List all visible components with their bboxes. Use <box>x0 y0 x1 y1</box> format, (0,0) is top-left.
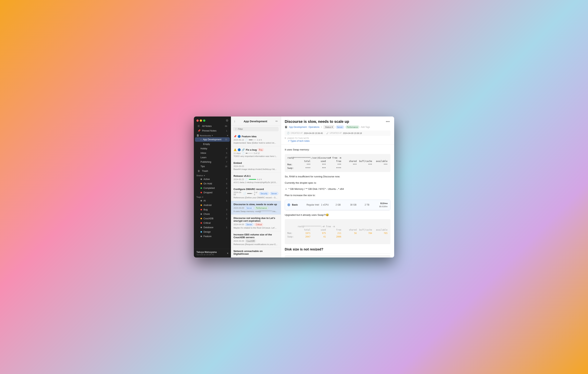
droplet-plan-table: Basic Regular Intel 1 vCPU 2 GB 30 GB 2 … <box>285 200 390 210</box>
warning-icon: ⚠️ <box>233 148 237 151</box>
close-button[interactable] <box>196 119 199 122</box>
empty-label: Empty <box>203 143 227 145</box>
note-item-title: ⚠️ 🔵 🔗 Fix a bug Bug <box>233 148 278 151</box>
sidebar-item-app-development[interactable]: ▾ App Development 35 <box>195 137 230 142</box>
ai-dot <box>200 200 202 202</box>
droplet-plan-type: Regular Intel <box>306 203 319 207</box>
compose-button[interactable]: ✏ <box>275 119 279 123</box>
tags-section[interactable]: Tags ▾ <box>194 195 231 199</box>
design-dot <box>200 231 202 233</box>
server-tag: Server <box>245 223 253 226</box>
sidebar-item-completed[interactable]: Completed 4 <box>195 186 230 190</box>
body-para4: Upgraded but it already uses Swap?!😅 <box>285 213 390 217</box>
body-bullet-list: * GB Memory / ** GB Disk / NYC* - Ubuntu… <box>288 187 390 191</box>
status-select[interactable]: Status ▾ <box>324 125 334 129</box>
progress-bar: 3 of 12 <box>246 152 260 154</box>
status-chevron: ▾ <box>204 175 205 177</box>
note-item-title: Release v5.8.1 <box>233 175 278 177</box>
note-item-meta: 2024-09-03 <box>233 165 278 167</box>
note-item-fix-bug[interactable]: ⚠️ 🔵 🔗 Fix a bug Bug 11 days 📄 3 of 12 T… <box>231 146 281 160</box>
meta-separator: ▾ <box>321 126 322 128</box>
performance-tag-detail[interactable]: Performance <box>346 126 359 128</box>
note-item-ebs[interactable]: Increase EBS volume size of the CouchDB … <box>231 231 281 248</box>
sidebar-item-active[interactable]: Active 7 <box>195 177 230 182</box>
sidebar-item-pinned-notes[interactable]: 📌 Pinned Notes 1 <box>195 128 230 133</box>
note-item-preview: v5.8.1-beta.1 inkdrop://note/qXqj45ySc [… <box>233 181 278 183</box>
user-name: Takuya Matsuyama <box>196 251 217 253</box>
server-tag-detail[interactable]: Server <box>336 126 344 128</box>
maximize-button[interactable] <box>203 119 205 122</box>
sidebar-item-bug[interactable]: Bug 3 <box>195 207 230 212</box>
sidebar-item-all-notes[interactable]: ☰ All Notes 86 <box>195 124 230 128</box>
note-item-network[interactable]: Network unreachable on DigitalOcean <box>231 248 281 257</box>
sidebar-item-feature[interactable]: Feature <box>195 234 230 239</box>
sidebar-item-chore[interactable]: Chore 1 <box>195 212 230 216</box>
database-dot <box>200 227 202 228</box>
on-hold-status-dot <box>200 183 202 184</box>
trash-icon: 🗑 <box>198 170 200 172</box>
bug-count: 3 <box>226 209 227 211</box>
sidebar-item-hobby[interactable]: Hobby 4 <box>195 146 230 151</box>
note-more-button[interactable]: ••• <box>385 119 390 124</box>
notebook-breadcrumb-link[interactable]: App Development : Operations <box>289 126 319 128</box>
sidebar-item-inbox[interactable]: Inbox 5 <box>195 151 230 155</box>
user-chevron-icon[interactable]: ▾ <box>227 252 228 255</box>
note-item-feature-idea[interactable]: 📌 🔵 Feature idea 2024-05-16 📄 2 of 4 imp… <box>231 133 281 146</box>
notebooks-chevron: ▾ <box>212 135 213 137</box>
section-heading-disk: Disk size is not resized? <box>285 247 390 254</box>
add-tags-btn[interactable]: Add Tags <box>361 126 370 128</box>
server-tag: Server <box>245 206 253 209</box>
sidebar-item-design[interactable]: Design <box>195 230 230 234</box>
sidebar-item-dropped[interactable]: Dropped 1 <box>195 190 230 195</box>
note-item-preview: TODO very important information was here… <box>233 155 278 157</box>
design-label: Design <box>203 231 227 233</box>
note-item-meta: 2024-05-16 📄 2 of 4 <box>233 139 278 141</box>
sidebar-item-couchdb[interactable]: CouchDB 2 <box>195 216 230 221</box>
droplet-radio-btn[interactable] <box>287 203 290 206</box>
note-item-discourse-slow[interactable]: Discourse is slow, needs to scale up 202… <box>231 201 281 215</box>
note-item-meta: 2024-05-23 📄 4 of 4 <box>233 178 278 181</box>
sidebar-item-ai[interactable]: AI 1 <box>195 199 230 203</box>
gear-icon[interactable]: ⚙ <box>226 119 228 122</box>
search-bar: ▽ <box>231 125 281 133</box>
note-meta-row: 📓 App Development : Operations ▾ Status … <box>285 125 390 129</box>
note-item-release[interactable]: Release v5.8.1 2024-05-23 📄 4 of 4 v5.8.… <box>231 172 281 186</box>
code-block-3: root@*************:~# df -h <box>285 255 390 257</box>
status-section[interactable]: Status ▾ <box>194 173 231 177</box>
linked-note-link[interactable]: ↗ Types of tech notes <box>288 140 390 142</box>
sidebar-item-trash[interactable]: 🗑 Trash <box>195 169 230 173</box>
chore-count: 1 <box>226 213 227 215</box>
body-para2: Currently the droplet spec is: <box>285 181 390 185</box>
minimize-button[interactable] <box>200 119 202 122</box>
inbox-count: 5 <box>226 152 227 154</box>
sidebar-item-android[interactable]: Android <box>195 203 230 207</box>
note-item-dmarc[interactable]: Configure DMARC record 2024-04-09 📄 3 of… <box>231 186 281 201</box>
linked-collapse-icon[interactable]: ▾ <box>285 137 286 139</box>
sort-button[interactable]: ↕ <box>233 119 236 123</box>
sidebar-item-critical[interactable]: Critical <box>195 221 230 225</box>
app-dev-count: 35 <box>225 139 227 141</box>
sidebar-item-empty[interactable]: Empty <box>195 142 230 146</box>
notebooks-section[interactable]: 📓 Notebooks ▾ + <box>194 133 231 137</box>
code-block-1: root@*************:/var/discourse# free … <box>285 154 390 172</box>
sidebar-item-tips[interactable]: Tips 18 <box>195 164 230 169</box>
file-icon: 📄 <box>242 152 244 154</box>
all-notes-label: All Notes <box>202 125 223 128</box>
database-count: 1 <box>226 226 227 229</box>
android-dot <box>200 204 202 206</box>
couchdb-label: CouchDB <box>203 217 225 220</box>
app-dev-label: App Development <box>203 138 223 141</box>
completed-label: Completed <box>203 187 225 189</box>
droplet-table-row[interactable]: Basic Regular Intel 1 vCPU 2 GB 30 GB 2 … <box>285 200 390 210</box>
performance-tag: Performance <box>254 206 268 209</box>
sidebar-item-publishing[interactable]: Publishing 7 <box>195 160 230 164</box>
search-input[interactable] <box>238 128 277 130</box>
critical-dot <box>200 222 202 224</box>
created-clock-icon: 🕐 <box>287 132 290 134</box>
sidebar-item-database[interactable]: Database 1 <box>195 225 230 230</box>
note-item-embed[interactable]: Embed 2024-09-03 Base64 image inkdrop://… <box>231 160 281 172</box>
note-item-discourse-le[interactable]: Discourse not working due to Let's encry… <box>231 215 281 231</box>
sidebar-item-learn[interactable]: Learn 17 <box>195 155 230 160</box>
add-notebook-btn[interactable]: + <box>227 134 228 137</box>
sidebar-item-on-hold[interactable]: On Hold 6 <box>195 182 230 186</box>
